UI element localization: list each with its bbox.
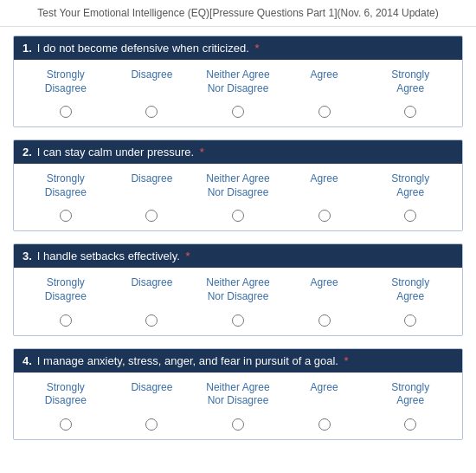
question-required-2: * [200,146,204,159]
option-label-1-1: Strongly Disagree [27,68,105,100]
survey-container: 1.I do not become defensive when critici… [0,27,476,461]
radio-2-3[interactable] [232,210,244,222]
radio-3-1[interactable] [60,314,72,327]
question-required-3: * [185,249,190,262]
radio-col-4-4 [286,418,363,431]
radio-col-4-5 [371,418,449,431]
radio-1-1[interactable] [60,106,72,118]
radio-1-3[interactable] [232,106,244,118]
option-label-2-3: Neither Agree Nor Disagree [199,172,277,204]
radio-col-2-2 [113,210,190,222]
option-label-text-3-2: Disagree [131,276,172,290]
radio-row-1 [14,106,462,126]
question-number-4: 4. [23,354,32,367]
radio-col-2-3 [199,210,277,222]
options-labels-row-3: Strongly DisagreeDisagreeNeither Agree N… [14,268,462,314]
radio-col-3-2 [113,314,190,327]
radio-3-5[interactable] [404,314,416,327]
question-block-4: 4.I manage anxiety, stress, anger, and f… [13,348,463,440]
radio-4-3[interactable] [232,418,244,431]
options-labels-row-4: Strongly DisagreeDisagreeNeither Agree N… [14,373,462,418]
radio-row-4 [14,418,462,439]
question-number-2: 2. [23,146,32,159]
radio-col-3-4 [286,314,363,327]
question-required-1: * [254,42,259,55]
radio-col-1-4 [286,106,363,118]
radio-col-3-5 [371,314,449,327]
radio-col-4-2 [113,418,190,431]
options-labels-row-2: Strongly DisagreeDisagreeNeither Agree N… [14,164,462,210]
option-label-text-1-4: Agree [311,68,338,82]
option-label-1-4: Agree [286,68,363,87]
question-text-1: I do not become defensive when criticize… [37,42,260,55]
radio-col-2-5 [371,210,449,222]
option-label-text-2-2: Disagree [131,172,172,186]
radio-3-4[interactable] [318,314,331,327]
radio-1-4[interactable] [318,106,331,118]
option-label-3-1: Strongly Disagree [27,276,105,308]
option-label-4-3: Neither Agree Nor Disagree [199,381,277,413]
question-text-4: I manage anxiety, stress, anger, and fea… [37,354,349,367]
option-label-text-1-5: Strongly Agree [391,68,429,95]
option-label-text-4-1: Strongly Disagree [45,381,87,408]
option-label-text-4-5: Strongly Agree [391,381,429,408]
question-required-4: * [344,354,349,367]
option-label-2-4: Agree [286,172,363,191]
option-label-text-2-1: Strongly Disagree [45,172,87,199]
question-number-3: 3. [23,249,32,262]
option-label-3-2: Disagree [113,276,190,295]
option-label-text-2-5: Strongly Agree [391,172,429,199]
radio-4-1[interactable] [60,418,72,431]
option-label-1-5: Strongly Agree [371,68,449,100]
radio-col-1-1 [27,106,105,118]
option-label-text-4-3: Neither Agree Nor Disagree [206,381,269,408]
option-label-4-1: Strongly Disagree [27,381,105,413]
option-label-text-3-5: Strongly Agree [391,276,429,303]
radio-4-5[interactable] [404,418,416,431]
radio-1-5[interactable] [404,106,416,118]
question-text-2: I can stay calm under pressure. * [37,146,204,159]
options-labels-row-1: Strongly DisagreeDisagreeNeither Agree N… [14,60,462,106]
radio-row-3 [14,314,462,335]
radio-row-2 [14,210,462,230]
question-block-2: 2.I can stay calm under pressure. *Stron… [13,139,463,231]
option-label-text-3-1: Strongly Disagree [45,276,87,303]
radio-2-2[interactable] [145,210,158,222]
option-label-1-3: Neither Agree Nor Disagree [199,68,277,100]
option-label-4-4: Agree [286,381,363,400]
question-header-2: 2.I can stay calm under pressure. * [14,140,462,164]
radio-3-3[interactable] [232,314,244,327]
radio-col-1-5 [371,106,449,118]
radio-2-5[interactable] [404,210,416,222]
radio-col-1-2 [113,106,190,118]
radio-col-2-4 [286,210,363,222]
question-header-4: 4.I manage anxiety, stress, anger, and f… [14,349,462,373]
radio-4-4[interactable] [318,418,331,431]
question-block-1: 1.I do not become defensive when critici… [13,36,463,127]
option-label-3-3: Neither Agree Nor Disagree [199,276,277,308]
option-label-4-2: Disagree [113,381,190,400]
radio-2-4[interactable] [318,210,331,222]
option-label-text-4-2: Disagree [131,381,172,395]
option-label-text-3-3: Neither Agree Nor Disagree [206,276,269,303]
option-label-text-2-4: Agree [311,172,338,186]
option-label-text-4-4: Agree [311,381,338,395]
question-block-3: 3.I handle setbacks effectively. *Strong… [13,243,463,335]
option-label-3-5: Strongly Agree [371,276,449,308]
radio-col-4-3 [199,418,277,431]
question-header-3: 3.I handle setbacks effectively. * [14,244,462,268]
radio-3-2[interactable] [145,314,158,327]
option-label-text-1-3: Neither Agree Nor Disagree [206,68,269,95]
option-label-2-5: Strongly Agree [371,172,449,204]
option-label-text-1-1: Strongly Disagree [45,68,87,95]
radio-2-1[interactable] [60,210,72,222]
option-label-2-1: Strongly Disagree [27,172,105,204]
radio-4-2[interactable] [145,418,158,431]
option-label-1-2: Disagree [113,68,190,87]
option-label-3-4: Agree [286,276,363,295]
radio-1-2[interactable] [145,106,158,118]
option-label-text-2-3: Neither Agree Nor Disagree [206,172,269,199]
radio-col-3-1 [27,314,105,327]
radio-col-4-1 [27,418,105,431]
option-label-text-1-2: Disagree [131,68,172,82]
